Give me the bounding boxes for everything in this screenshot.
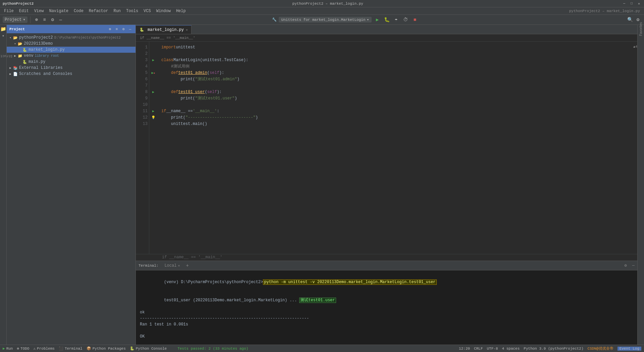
panel-gear-icon[interactable]: ⚙ (121, 27, 126, 32)
indent[interactable]: 4 spaces (502, 347, 520, 351)
menu-file[interactable]: File (1, 8, 16, 14)
tab-label: market_login.py (148, 28, 184, 32)
main-area: 📁 ★ Structure Project ⊕ ≡ ⚙ — ▾ 📂 python… (0, 25, 644, 345)
sidebar-structure-icon[interactable]: Structure (1, 53, 6, 58)
gutter-markers: ▶ ▶● ● ▶ ● ▶ 💡 ● (149, 42, 157, 254)
tests-passed: Tests passed: 2 (33 minutes ago) (177, 347, 248, 351)
warning-12: 💡 (151, 115, 155, 121)
event-log[interactable]: Event Log (618, 347, 641, 351)
profile-button[interactable]: ⏱ (402, 16, 409, 24)
python-packages-button[interactable]: 📦 Python Packages (87, 346, 126, 351)
close-button[interactable]: ✕ (637, 1, 641, 6)
project-label: Project (5, 17, 21, 22)
terminal-ok: ok (140, 309, 633, 315)
terminal-button[interactable]: ⬛ Terminal (59, 346, 83, 351)
project-panel-title: Project (9, 27, 25, 31)
code-line-10 (161, 102, 633, 108)
toolbar-structure-icon[interactable]: ⊕ (33, 16, 40, 23)
toolbar-separator (30, 16, 31, 23)
terminal-content[interactable]: (venv) D:\PycharmProjects\pythonProject2… (136, 270, 637, 345)
debug-button[interactable]: 🐛 (383, 16, 390, 24)
menu-help[interactable]: Help (173, 8, 189, 14)
tab-local-close[interactable]: ✕ (178, 264, 180, 268)
stop-button[interactable]: ■ (411, 16, 419, 24)
search-icon[interactable]: 🔍 (627, 16, 633, 23)
run-arrow-3[interactable]: ▶ (152, 57, 154, 63)
toolbar-gear-icon[interactable]: ⚙ (49, 16, 56, 23)
menu-code[interactable]: Code (71, 8, 86, 14)
menu-navigate[interactable]: Navigate (46, 8, 71, 14)
tree-item-demo-folder[interactable]: ▾ 📂 20220113Demo (7, 41, 136, 47)
python-version[interactable]: Python 3.9 (pythonProject2) (524, 347, 583, 351)
panel-collapse-icon[interactable]: ⊕ (107, 27, 113, 32)
problems-icon: ⚠ (33, 346, 36, 351)
csdn-link[interactable]: CSDN@优优全帝 (588, 346, 613, 351)
menu-window[interactable]: Window (154, 8, 173, 14)
menu-vcs[interactable]: VCS (141, 8, 154, 14)
tree-label-scratches: Scratches and Consoles (19, 72, 72, 76)
python-console-icon: 🐍 (130, 346, 135, 351)
minimize-button[interactable]: — (622, 1, 627, 6)
run-arrow-11[interactable]: ▶ (152, 108, 154, 115)
python-packages-icon: 📦 (87, 346, 91, 351)
add-terminal-button[interactable]: + (183, 263, 191, 268)
menu-edit[interactable]: Edit (16, 8, 32, 14)
sidebar-project-icon[interactable]: 📁 (1, 26, 6, 32)
toolbar-list-icon[interactable]: ≡ (41, 16, 48, 23)
todo-button[interactable]: ⊕ TODO (17, 346, 29, 351)
python-console-button[interactable]: 🐍 Python Console (130, 346, 167, 351)
run-arrow-8[interactable]: ▶ (152, 89, 154, 95)
code-content[interactable]: import unittest class MarketLogin(unitte… (157, 42, 633, 254)
problems-button[interactable]: ⚠ Problems (33, 346, 54, 351)
menu-bar: File Edit View Navigate Code Refactor Ru… (0, 7, 644, 15)
status-right: 12:20 CRLF UTF-8 4 spaces Python 3.9 (py… (459, 346, 641, 351)
breakpoint-5: ● (154, 70, 155, 76)
right-notifications-icon[interactable]: Favorites (638, 26, 644, 32)
menu-tools[interactable]: Tools (123, 8, 141, 14)
tree-item-scratches[interactable]: ▶ 📄 Scratches and Consoles (7, 71, 136, 77)
menu-view[interactable]: View (32, 8, 47, 14)
bottom-settings-icon[interactable]: ⚙ (622, 263, 630, 268)
project-panel: Project ⊕ ≡ ⚙ — ▾ 📂 pythonProject2 D:\Py… (7, 25, 136, 345)
maximize-button[interactable]: □ (629, 1, 634, 6)
crlf-label: CRLF (474, 347, 483, 351)
code-line-1: import unittest (161, 44, 633, 51)
tree-label-root: pythonProject2 (19, 35, 53, 40)
code-line-7 (161, 83, 633, 89)
tree-label-venv: venv (24, 53, 34, 58)
project-selector[interactable]: Project ▾ (3, 16, 28, 23)
tree-item-root[interactable]: ▾ 📂 pythonProject2 D:\PycharmProjects\py… (7, 35, 136, 41)
code-editor[interactable]: 1 2 3 4 5 6 7 8 9 10 11 12 13 ▶ ▶● (136, 42, 637, 254)
encoding[interactable]: UTF-8 (487, 347, 498, 351)
menu-run[interactable]: Run (111, 8, 123, 14)
panel-minimize-icon[interactable]: — (127, 27, 133, 32)
python-version-label: Python 3.9 (pythonProject2) (524, 347, 583, 351)
tree-item-main[interactable]: ▾ 🐍 main.py (7, 59, 136, 65)
right-sidebar-icons: Favorites (637, 25, 644, 345)
menu-refactor[interactable]: Refactor (86, 8, 111, 14)
bottom-minimize-icon[interactable]: — (630, 263, 637, 268)
terminal-icon: ⬛ (59, 346, 63, 351)
line-separator[interactable]: CRLF (474, 347, 483, 351)
title-bar-right: — □ ✕ (622, 1, 641, 6)
tree-item-ext-libs[interactable]: ▶ 📚 External Libraries (7, 65, 136, 71)
code-overflow-hint: if __name__ == '__main__' (136, 254, 637, 261)
tab-local[interactable]: Local ✕ (161, 261, 183, 270)
tab-market-login[interactable]: 🐍 market_login.py ✕ (136, 25, 192, 34)
tree-label-demo: 20220113Demo (24, 41, 53, 46)
code-line-5: def test01_admin(self): (161, 70, 633, 76)
tree-item-venv[interactable]: ▶ 📁 venv library root (7, 53, 136, 59)
run-status-button[interactable]: ▶ Run (3, 346, 13, 351)
run-button[interactable]: ▶ (374, 16, 381, 24)
sidebar-bookmark-icon[interactable]: ★ (1, 33, 6, 38)
toolbar-minus-icon[interactable]: — (57, 16, 64, 23)
tab-close-icon[interactable]: ✕ (186, 28, 188, 32)
code-line-2 (161, 51, 633, 57)
run-configuration[interactable]: Unittests for market_login.MarketLogin ▾ (279, 17, 372, 23)
cursor-position[interactable]: 12:20 (459, 347, 470, 351)
panel-settings-icon[interactable]: ≡ (114, 27, 119, 32)
panel-icons: ⊕ ≡ ⚙ — (107, 27, 133, 32)
tree-item-market-login[interactable]: ▾ 🐍 market_login.py (7, 47, 136, 53)
coverage-button[interactable]: ☂ (392, 16, 400, 24)
bottom-panel: Terminal: Local ✕ + ⚙ — (venv) D:\Pychar… (136, 261, 637, 345)
